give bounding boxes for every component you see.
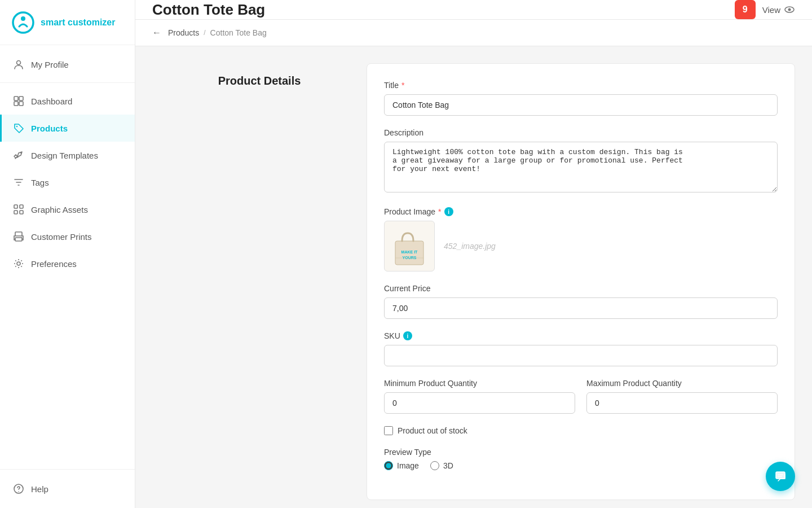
main-content: Cotton Tote Bag 9 View ← Products / Cott…: [135, 0, 812, 508]
max-qty-input[interactable]: [586, 392, 778, 414]
sku-label: SKU i: [384, 331, 778, 340]
preview-3d-radio[interactable]: [430, 461, 439, 470]
preview-3d-label: 3D: [443, 461, 453, 470]
dashboard-icon: [13, 95, 24, 107]
breadcrumb-separator: /: [204, 29, 205, 37]
price-group: Current Price: [384, 284, 778, 319]
product-image-info-icon[interactable]: i: [444, 207, 453, 216]
sku-info-icon[interactable]: i: [403, 331, 412, 340]
sidebar-bottom: Help: [0, 469, 135, 508]
svg-text:YOURS: YOURS: [403, 256, 417, 260]
svg-point-16: [17, 262, 20, 265]
product-image-label: Product Image * i: [384, 207, 778, 216]
svg-rect-10: [20, 205, 23, 208]
min-qty-group: Minimum Product Quantity: [384, 379, 575, 414]
svg-point-18: [18, 491, 19, 492]
product-image-filename: 452_image.jpg: [444, 242, 496, 251]
logo-area[interactable]: smart customizer: [0, 0, 135, 45]
person-icon: [13, 59, 24, 70]
svg-point-1: [21, 16, 25, 21]
sku-input[interactable]: [384, 345, 778, 366]
sidebar-item-graphic-assets[interactable]: Graphic Assets: [0, 196, 135, 223]
svg-point-8: [20, 152, 21, 154]
right-panel: Title * Description Lightweight 100% cot…: [367, 63, 795, 500]
preview-image-option[interactable]: Image: [384, 461, 419, 470]
sidebar-item-label: My Profile: [31, 60, 69, 69]
notification-badge-button[interactable]: 9: [735, 0, 756, 19]
topbar: Cotton Tote Bag 9 View: [135, 0, 812, 20]
sidebar-item-label: Preferences: [31, 259, 77, 269]
sidebar-item-label: Products: [31, 124, 68, 133]
sidebar-item-customer-prints[interactable]: Customer Prints: [0, 223, 135, 250]
help-icon: [13, 483, 24, 494]
app-logo-icon: [11, 11, 35, 34]
preview-image-radio[interactable]: [384, 461, 393, 470]
sidebar-item-label: Customer Prints: [31, 232, 92, 242]
view-label: View: [762, 5, 780, 15]
view-button[interactable]: View: [762, 4, 795, 15]
product-thumbnail[interactable]: MAKE IT YOURS: [384, 221, 435, 271]
sidebar-item-help[interactable]: Help: [0, 475, 135, 502]
price-input[interactable]: [384, 297, 778, 319]
svg-point-7: [16, 126, 17, 127]
out-of-stock-row: Product out of stock: [384, 426, 778, 435]
svg-point-15: [21, 237, 22, 238]
max-qty-group: Maximum Product Quantity: [586, 379, 778, 414]
tag-icon: [13, 122, 24, 134]
product-details-heading: Product Details: [218, 75, 301, 87]
svg-rect-9: [14, 205, 17, 208]
svg-rect-12: [20, 211, 23, 214]
breadcrumb-current: Cotton Tote Bag: [210, 28, 267, 37]
breadcrumb-products-link[interactable]: Products: [168, 28, 199, 37]
title-group: Title *: [384, 81, 778, 116]
svg-rect-14: [15, 238, 22, 241]
description-group: Description Lightweight 100% cotton tote…: [384, 128, 778, 195]
sidebar-item-preferences[interactable]: Preferences: [0, 250, 135, 277]
breadcrumb: ← Products / Cotton Tote Bag: [135, 20, 812, 46]
preview-type-radio-group: Image 3D: [384, 461, 778, 470]
description-input[interactable]: Lightweight 100% cotton tote bag with a …: [384, 142, 778, 192]
svg-rect-4: [19, 97, 23, 100]
min-qty-label: Minimum Product Quantity: [384, 379, 575, 388]
title-required-marker: *: [401, 81, 404, 90]
svg-rect-6: [19, 102, 23, 106]
breadcrumb-back-button[interactable]: ←: [152, 28, 161, 38]
description-label: Description: [384, 128, 778, 137]
product-image-row: MAKE IT YOURS 452_image.jpg: [384, 221, 778, 271]
svg-rect-3: [14, 97, 18, 100]
title-input[interactable]: [384, 94, 778, 116]
grid-icon: [13, 204, 24, 215]
sidebar: smart customizer My Profile: [0, 0, 135, 508]
sidebar-item-tags[interactable]: Tags: [0, 169, 135, 196]
min-qty-input[interactable]: [384, 392, 575, 414]
chat-float-button[interactable]: [766, 462, 795, 491]
title-label: Title *: [384, 81, 778, 90]
filter-icon: [13, 177, 24, 188]
svg-point-20: [788, 8, 791, 11]
app-logo-text: smart customizer: [41, 17, 116, 28]
settings-icon: [13, 258, 24, 269]
topbar-right: 9 View: [735, 0, 795, 19]
nav-divider-1: [0, 82, 135, 83]
out-of-stock-checkbox[interactable]: [384, 426, 393, 435]
print-icon: [13, 231, 24, 242]
preview-3d-option[interactable]: 3D: [430, 461, 453, 470]
sidebar-item-dashboard[interactable]: Dashboard: [0, 87, 135, 115]
preview-type-label: Preview Type: [384, 448, 778, 457]
sidebar-item-my-profile[interactable]: My Profile: [0, 51, 135, 78]
sidebar-item-label: Design Templates: [31, 151, 98, 160]
tote-bag-illustration: MAKE IT YOURS: [390, 225, 429, 268]
sidebar-item-label: Tags: [31, 178, 49, 187]
svg-rect-5: [14, 102, 18, 106]
page-title: Cotton Tote Bag: [152, 1, 265, 19]
out-of-stock-label[interactable]: Product out of stock: [398, 426, 467, 435]
product-image-group: Product Image * i MAKE IT: [384, 207, 778, 271]
sidebar-nav: My Profile Dashboard: [0, 45, 135, 469]
svg-rect-11: [14, 211, 17, 214]
content-area: Product Details Title * Description Ligh…: [135, 46, 812, 508]
sku-group: SKU i: [384, 331, 778, 366]
chat-icon: [774, 470, 787, 483]
svg-rect-13: [15, 232, 22, 236]
sidebar-item-design-templates[interactable]: Design Templates: [0, 142, 135, 169]
sidebar-item-products[interactable]: Products: [0, 115, 135, 142]
